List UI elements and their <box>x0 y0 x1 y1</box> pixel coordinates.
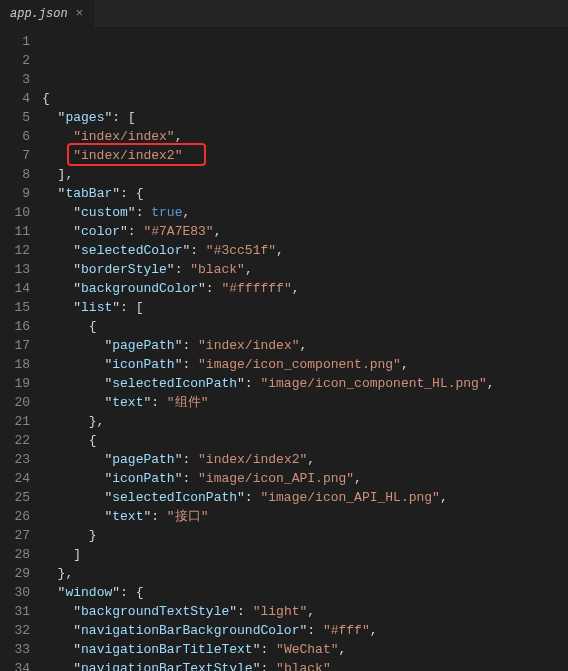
token-p: " <box>73 205 81 220</box>
token-k: selectedIconPath <box>112 490 237 505</box>
line-number: 2 <box>0 51 30 70</box>
code-line[interactable]: "pagePath": "index/index2", <box>42 450 568 469</box>
token-p <box>42 243 73 258</box>
code-line[interactable]: } <box>42 526 568 545</box>
code-line[interactable]: "navigationBarBackgroundColor": "#fff", <box>42 621 568 640</box>
token-p: , <box>182 205 190 220</box>
token-p: ": <box>237 376 260 391</box>
token-k: custom <box>81 205 128 220</box>
token-p: , <box>245 262 253 277</box>
line-number: 17 <box>0 336 30 355</box>
token-p: , <box>487 376 495 391</box>
code-line[interactable]: "navigationBarTitleText": "WeChat", <box>42 640 568 659</box>
code-line[interactable]: "backgroundColor": "#ffffff", <box>42 279 568 298</box>
token-p: ": <box>167 262 190 277</box>
token-k: navigationBarBackgroundColor <box>81 623 299 638</box>
code-area[interactable]: { "pages": [ "index/index", "index/index… <box>42 28 568 671</box>
token-p <box>42 585 58 600</box>
code-line[interactable]: "iconPath": "image/icon_API.png", <box>42 469 568 488</box>
token-p: ": <box>175 338 198 353</box>
token-p <box>42 642 73 657</box>
token-k: backgroundTextStyle <box>81 604 229 619</box>
line-number: 25 <box>0 488 30 507</box>
token-k: color <box>81 224 120 239</box>
code-line[interactable]: "custom": true, <box>42 203 568 222</box>
code-line[interactable]: "window": { <box>42 583 568 602</box>
token-p: }, <box>42 566 73 581</box>
line-number: 24 <box>0 469 30 488</box>
token-s: "image/icon_component.png" <box>198 357 401 372</box>
close-icon[interactable]: × <box>76 6 84 21</box>
line-number: 20 <box>0 393 30 412</box>
token-p <box>42 129 73 144</box>
token-p: " <box>73 224 81 239</box>
code-line[interactable]: "backgroundTextStyle": "light", <box>42 602 568 621</box>
token-p: " <box>73 262 81 277</box>
code-line[interactable]: "selectedColor": "#3cc51f", <box>42 241 568 260</box>
token-p: ": <box>143 509 166 524</box>
code-line[interactable]: "color": "#7A7E83", <box>42 222 568 241</box>
code-line[interactable]: { <box>42 89 568 108</box>
token-s: "#ffffff" <box>221 281 291 296</box>
token-p <box>42 661 73 671</box>
line-number: 23 <box>0 450 30 469</box>
line-number: 7 <box>0 146 30 165</box>
token-p: , <box>339 642 347 657</box>
token-p: ": <box>120 224 143 239</box>
token-p: ": <box>143 395 166 410</box>
token-p: , <box>370 623 378 638</box>
token-p: ": <box>175 471 198 486</box>
token-p <box>42 623 73 638</box>
token-p <box>42 300 73 315</box>
line-number: 6 <box>0 127 30 146</box>
code-line[interactable]: }, <box>42 412 568 431</box>
token-k: backgroundColor <box>81 281 198 296</box>
token-p: ": <box>175 452 198 467</box>
code-line[interactable]: ], <box>42 165 568 184</box>
token-k: list <box>81 300 112 315</box>
code-line[interactable]: "index/index", <box>42 127 568 146</box>
token-p <box>42 395 104 410</box>
token-p: { <box>42 319 97 334</box>
editor-tab[interactable]: app.json × <box>0 0 94 27</box>
code-line[interactable]: "selectedIconPath": "image/icon_API_HL.p… <box>42 488 568 507</box>
token-p: , <box>292 281 300 296</box>
token-k: pagePath <box>112 338 174 353</box>
token-p <box>42 604 73 619</box>
token-p: ": <box>237 490 260 505</box>
code-line[interactable]: }, <box>42 564 568 583</box>
token-p <box>42 110 58 125</box>
line-number-gutter: 1234567891011121314151617181920212223242… <box>0 28 42 671</box>
code-editor[interactable]: 1234567891011121314151617181920212223242… <box>0 28 568 671</box>
line-number: 14 <box>0 279 30 298</box>
token-p <box>42 376 104 391</box>
code-line[interactable]: "list": [ <box>42 298 568 317</box>
line-number: 30 <box>0 583 30 602</box>
code-line[interactable]: "pages": [ <box>42 108 568 127</box>
line-number: 8 <box>0 165 30 184</box>
code-line[interactable]: { <box>42 431 568 450</box>
token-p: ": <box>128 205 151 220</box>
code-line[interactable]: "borderStyle": "black", <box>42 260 568 279</box>
line-number: 9 <box>0 184 30 203</box>
line-number: 12 <box>0 241 30 260</box>
code-line[interactable]: ] <box>42 545 568 564</box>
token-s: "black" <box>190 262 245 277</box>
code-line[interactable]: "iconPath": "image/icon_component.png", <box>42 355 568 374</box>
line-number: 34 <box>0 659 30 671</box>
code-line[interactable]: "index/index2" <box>42 146 568 165</box>
code-line[interactable]: "selectedIconPath": "image/icon_componen… <box>42 374 568 393</box>
code-line[interactable]: { <box>42 317 568 336</box>
code-line[interactable]: "navigationBarTextStyle": "black" <box>42 659 568 671</box>
token-p <box>42 357 104 372</box>
token-p: ": <box>253 661 276 671</box>
line-number: 31 <box>0 602 30 621</box>
token-s: "image/icon_API.png" <box>198 471 354 486</box>
code-line[interactable]: "pagePath": "index/index", <box>42 336 568 355</box>
code-line[interactable]: "text": "组件" <box>42 393 568 412</box>
token-p <box>42 452 104 467</box>
token-p <box>42 224 73 239</box>
token-s: "light" <box>253 604 308 619</box>
code-line[interactable]: "text": "接口" <box>42 507 568 526</box>
code-line[interactable]: "tabBar": { <box>42 184 568 203</box>
